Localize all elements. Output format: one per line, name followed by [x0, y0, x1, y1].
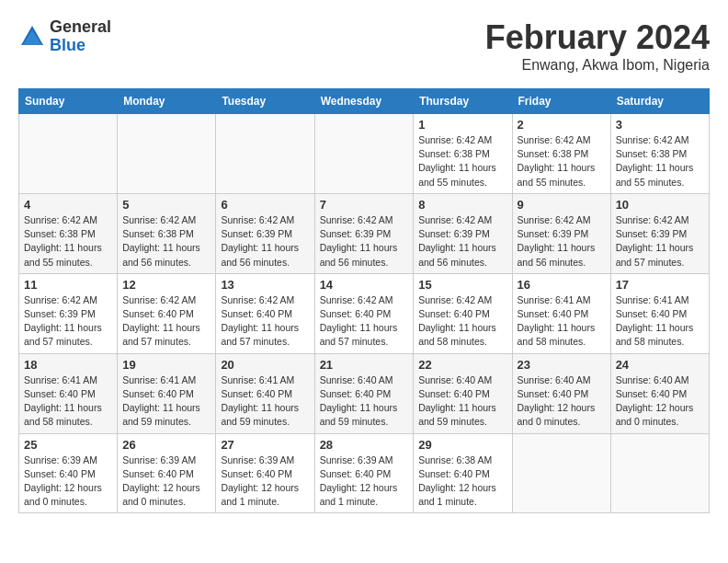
calendar-cell — [19, 114, 118, 194]
calendar-cell: 27Sunrise: 6:39 AM Sunset: 6:40 PM Dayli… — [216, 433, 314, 513]
calendar-cell: 6Sunrise: 6:42 AM Sunset: 6:39 PM Daylig… — [216, 193, 314, 273]
header-friday: Friday — [512, 89, 610, 114]
day-detail: Sunrise: 6:38 AM Sunset: 6:40 PM Dayligh… — [418, 454, 506, 510]
calendar-cell: 23Sunrise: 6:40 AM Sunset: 6:40 PM Dayli… — [512, 353, 610, 433]
day-detail: Sunrise: 6:41 AM Sunset: 6:40 PM Dayligh… — [518, 293, 606, 350]
day-detail: Sunrise: 6:42 AM Sunset: 6:40 PM Dayligh… — [320, 293, 409, 350]
main-title: February 2024 — [485, 18, 710, 57]
day-detail: Sunrise: 6:42 AM Sunset: 6:39 PM Dayligh… — [320, 213, 409, 270]
day-number: 22 — [418, 358, 506, 372]
logo: General Blue — [18, 18, 111, 55]
day-number: 7 — [320, 198, 409, 212]
day-detail: Sunrise: 6:42 AM Sunset: 6:38 PM Dayligh… — [122, 213, 210, 270]
day-detail: Sunrise: 6:41 AM Sunset: 6:40 PM Dayligh… — [221, 373, 309, 430]
day-number: 11 — [24, 278, 112, 292]
calendar-cell: 4Sunrise: 6:42 AM Sunset: 6:38 PM Daylig… — [19, 193, 118, 273]
day-detail: Sunrise: 6:41 AM Sunset: 6:40 PM Dayligh… — [24, 373, 112, 430]
day-detail: Sunrise: 6:42 AM Sunset: 6:38 PM Dayligh… — [24, 213, 112, 270]
calendar-cell: 12Sunrise: 6:42 AM Sunset: 6:40 PM Dayli… — [118, 273, 216, 353]
logo-general: General — [50, 18, 111, 37]
day-detail: Sunrise: 6:42 AM Sunset: 6:39 PM Dayligh… — [24, 293, 112, 350]
day-number: 23 — [518, 358, 606, 372]
calendar-cell: 26Sunrise: 6:39 AM Sunset: 6:40 PM Dayli… — [118, 433, 216, 513]
calendar-cell — [610, 433, 709, 513]
day-detail: Sunrise: 6:42 AM Sunset: 6:38 PM Dayligh… — [616, 133, 704, 190]
calendar-cell: 3Sunrise: 6:42 AM Sunset: 6:38 PM Daylig… — [610, 114, 709, 194]
day-number: 21 — [320, 358, 409, 372]
day-number: 26 — [122, 438, 210, 452]
day-number: 29 — [418, 438, 506, 452]
day-detail: Sunrise: 6:42 AM Sunset: 6:40 PM Dayligh… — [418, 293, 506, 350]
calendar-cell: 13Sunrise: 6:42 AM Sunset: 6:40 PM Dayli… — [216, 273, 314, 353]
day-detail: Sunrise: 6:40 AM Sunset: 6:40 PM Dayligh… — [518, 373, 606, 430]
calendar-cell: 24Sunrise: 6:40 AM Sunset: 6:40 PM Dayli… — [610, 353, 709, 433]
calendar-cell: 2Sunrise: 6:42 AM Sunset: 6:38 PM Daylig… — [512, 114, 610, 194]
day-number: 14 — [320, 278, 409, 292]
day-number: 27 — [221, 438, 309, 452]
day-number: 16 — [518, 278, 606, 292]
day-number: 3 — [616, 118, 704, 132]
calendar-cell: 11Sunrise: 6:42 AM Sunset: 6:39 PM Dayli… — [19, 273, 118, 353]
header-wednesday: Wednesday — [314, 89, 414, 114]
day-detail: Sunrise: 6:42 AM Sunset: 6:40 PM Dayligh… — [122, 293, 210, 350]
day-detail: Sunrise: 6:39 AM Sunset: 6:40 PM Dayligh… — [24, 454, 112, 510]
calendar-cell — [216, 114, 314, 194]
day-detail: Sunrise: 6:42 AM Sunset: 6:39 PM Dayligh… — [616, 213, 704, 270]
week-row-0: 1Sunrise: 6:42 AM Sunset: 6:38 PM Daylig… — [19, 114, 710, 194]
day-number: 4 — [24, 198, 112, 212]
calendar-cell: 14Sunrise: 6:42 AM Sunset: 6:40 PM Dayli… — [314, 273, 414, 353]
day-number: 10 — [616, 198, 704, 212]
day-detail: Sunrise: 6:42 AM Sunset: 6:39 PM Dayligh… — [418, 213, 506, 270]
day-detail: Sunrise: 6:41 AM Sunset: 6:40 PM Dayligh… — [122, 373, 210, 430]
calendar-cell: 20Sunrise: 6:41 AM Sunset: 6:40 PM Dayli… — [216, 353, 314, 433]
calendar-header-row: SundayMondayTuesdayWednesdayThursdayFrid… — [19, 89, 710, 114]
calendar-cell — [314, 114, 414, 194]
day-number: 2 — [518, 118, 606, 132]
day-detail: Sunrise: 6:40 AM Sunset: 6:40 PM Dayligh… — [616, 373, 704, 430]
header-tuesday: Tuesday — [216, 89, 314, 114]
week-row-1: 4Sunrise: 6:42 AM Sunset: 6:38 PM Daylig… — [19, 193, 710, 273]
day-detail: Sunrise: 6:42 AM Sunset: 6:38 PM Dayligh… — [518, 133, 606, 190]
sub-title: Enwang, Akwa Ibom, Nigeria — [485, 57, 710, 74]
week-row-4: 25Sunrise: 6:39 AM Sunset: 6:40 PM Dayli… — [19, 433, 710, 513]
calendar-cell: 5Sunrise: 6:42 AM Sunset: 6:38 PM Daylig… — [118, 193, 216, 273]
day-detail: Sunrise: 6:42 AM Sunset: 6:39 PM Dayligh… — [518, 213, 606, 270]
calendar-cell — [512, 433, 610, 513]
calendar-cell: 17Sunrise: 6:41 AM Sunset: 6:40 PM Dayli… — [610, 273, 709, 353]
calendar-cell: 8Sunrise: 6:42 AM Sunset: 6:39 PM Daylig… — [414, 193, 512, 273]
logo-icon — [18, 23, 46, 51]
day-detail: Sunrise: 6:39 AM Sunset: 6:40 PM Dayligh… — [122, 454, 210, 510]
day-number: 8 — [418, 198, 506, 212]
day-number: 12 — [122, 278, 210, 292]
header-thursday: Thursday — [414, 89, 512, 114]
week-row-3: 18Sunrise: 6:41 AM Sunset: 6:40 PM Dayli… — [19, 353, 710, 433]
header-saturday: Saturday — [610, 89, 709, 114]
calendar-cell: 16Sunrise: 6:41 AM Sunset: 6:40 PM Dayli… — [512, 273, 610, 353]
day-number: 25 — [24, 438, 112, 452]
day-number: 5 — [122, 198, 210, 212]
header-monday: Monday — [118, 89, 216, 114]
day-number: 9 — [518, 198, 606, 212]
day-number: 18 — [24, 358, 112, 372]
day-detail: Sunrise: 6:41 AM Sunset: 6:40 PM Dayligh… — [616, 293, 704, 350]
calendar-cell: 10Sunrise: 6:42 AM Sunset: 6:39 PM Dayli… — [610, 193, 709, 273]
day-number: 15 — [418, 278, 506, 292]
calendar-cell — [118, 114, 216, 194]
day-number: 13 — [221, 278, 309, 292]
day-detail: Sunrise: 6:42 AM Sunset: 6:39 PM Dayligh… — [221, 213, 309, 270]
calendar-cell: 18Sunrise: 6:41 AM Sunset: 6:40 PM Dayli… — [19, 353, 118, 433]
day-detail: Sunrise: 6:40 AM Sunset: 6:40 PM Dayligh… — [320, 373, 409, 430]
calendar-cell: 21Sunrise: 6:40 AM Sunset: 6:40 PM Dayli… — [314, 353, 414, 433]
day-detail: Sunrise: 6:42 AM Sunset: 6:40 PM Dayligh… — [221, 293, 309, 350]
title-area: February 2024 Enwang, Akwa Ibom, Nigeria — [485, 18, 710, 74]
header-sunday: Sunday — [19, 89, 118, 114]
calendar-cell: 19Sunrise: 6:41 AM Sunset: 6:40 PM Dayli… — [118, 353, 216, 433]
calendar-cell: 29Sunrise: 6:38 AM Sunset: 6:40 PM Dayli… — [414, 433, 512, 513]
day-number: 6 — [221, 198, 309, 212]
calendar-cell: 9Sunrise: 6:42 AM Sunset: 6:39 PM Daylig… — [512, 193, 610, 273]
calendar-cell: 28Sunrise: 6:39 AM Sunset: 6:40 PM Dayli… — [314, 433, 414, 513]
calendar-cell: 15Sunrise: 6:42 AM Sunset: 6:40 PM Dayli… — [414, 273, 512, 353]
calendar-cell: 25Sunrise: 6:39 AM Sunset: 6:40 PM Dayli… — [19, 433, 118, 513]
day-detail: Sunrise: 6:39 AM Sunset: 6:40 PM Dayligh… — [221, 454, 309, 510]
day-number: 24 — [616, 358, 704, 372]
